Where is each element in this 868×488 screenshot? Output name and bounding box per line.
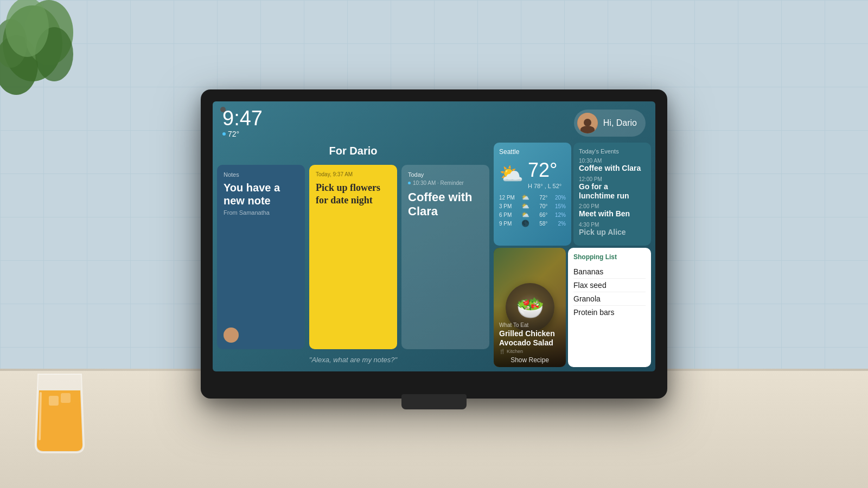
forecast-precip: 20% (551, 195, 566, 201)
forecast-row: 12 PM ⛅ 72° 20% (499, 194, 566, 201)
event-time: 12:00 PM (579, 176, 646, 182)
sticky-text: Pick up flowers for date night (316, 182, 391, 207)
weather-temp: 72° (528, 159, 561, 182)
reminder-card[interactable]: Today 10:30 AM · Reminder Coffee with Cl… (401, 165, 489, 349)
clock-display: 9:47 (222, 108, 263, 129)
event-name: Go for a lunchtime run (579, 182, 646, 201)
event-name: Pick up Alice (579, 228, 646, 237)
forecast-temp: 66° (532, 212, 547, 218)
forecast-icon: ⛅ (521, 211, 529, 219)
recipe-source: 🍴 Kitchen (499, 349, 560, 354)
greeting-text: Hi, Dario (603, 118, 637, 128)
left-panel: For Dario Notes You have a new note From… (217, 143, 489, 367)
recipe-card[interactable]: What To Eat Grilled Chicken Avocado Sala… (494, 248, 566, 367)
weather-forecast: 12 PM ⛅ 72° 20% 3 PM ⛅ 70° 15% 6 PM ⛅ 66… (499, 194, 566, 227)
avatar-face (577, 113, 598, 133)
event-time: 4:30 PM (579, 222, 646, 228)
event-name: Meet with Ben (579, 209, 646, 219)
recipe-source-text: Kitchen (507, 349, 523, 354)
sticky-note-card[interactable]: Today, 9:37 AM Pick up flowers for date … (309, 165, 397, 349)
shopping-items-list: BananasFlax seedGranolaProtein bars (573, 265, 646, 319)
forecast-precip: 15% (551, 203, 566, 209)
sticky-timestamp: Today, 9:37 AM (316, 171, 391, 177)
events-widget[interactable]: Today's Events 10:30 AM Coffee with Clar… (573, 143, 651, 246)
event-item[interactable]: 2:00 PM Meet with Ben (579, 203, 646, 219)
forecast-icon: ⛅ (521, 194, 529, 201)
forecast-precip: 2% (551, 221, 566, 227)
reminder-time: 10:30 AM · Reminder (413, 180, 464, 186)
forecast-icon: ⛅ (521, 202, 529, 210)
device-stand (401, 394, 467, 409)
tv-device: 9:47 72° Hi, Dario For Dario (201, 89, 667, 399)
kitchen-icon: 🍴 (499, 349, 505, 354)
notes-title: You have a new note (224, 181, 298, 207)
reminder-dot-icon (408, 182, 411, 184)
event-time: 10:30 AM (579, 158, 646, 164)
cards-row: Notes You have a new note From Samanatha… (217, 165, 489, 349)
user-greeting-pill[interactable]: Hi, Dario (574, 110, 646, 137)
weather-icon: ⛅ (499, 163, 524, 185)
events-list: 10:30 AM Coffee with Clara 12:00 PM Go f… (579, 158, 646, 237)
event-time: 2:00 PM (579, 203, 646, 209)
forecast-time: 6 PM (499, 212, 518, 218)
event-item[interactable]: 10:30 AM Coffee with Clara (579, 158, 646, 173)
camera-icon (220, 107, 226, 112)
weather-city: Seattle (499, 148, 566, 156)
list-item[interactable]: Bananas (573, 265, 646, 279)
recipe-name: Grilled Chicken Avocado Salad (499, 329, 560, 348)
forecast-time: 9 PM (499, 221, 518, 227)
reminder-header: Today (408, 171, 483, 178)
right-panel: Seattle ⛅ 72° H 78° , L 52° (494, 143, 651, 367)
time-weather-block: 9:47 72° (222, 108, 263, 138)
weather-dot-icon (222, 132, 226, 136)
notes-from: From Samanatha (224, 209, 298, 216)
weather-temp-mini: 72° (228, 130, 239, 138)
notes-card[interactable]: Notes You have a new note From Samanatha (217, 165, 305, 349)
alexa-prompt: "Alexa, what are my notes?" (217, 352, 489, 367)
event-item[interactable]: 12:00 PM Go for a lunchtime run (579, 176, 646, 201)
weather-main: ⛅ 72° H 78° , L 52° (499, 159, 566, 189)
notes-sender-avatar (224, 328, 239, 343)
list-item[interactable]: Granola (573, 292, 646, 306)
recipe-what-to-eat: What To Eat (499, 322, 560, 328)
event-item[interactable]: 4:30 PM Pick up Alice (579, 222, 646, 237)
forecast-row: 9 PM 🌑 58° 2% (499, 220, 566, 227)
recipe-overlay: What To Eat Grilled Chicken Avocado Sala… (494, 306, 566, 367)
weather-hi-lo: H 78° , L 52° (528, 183, 561, 189)
reminder-sub: 10:30 AM · Reminder (408, 180, 483, 186)
forecast-temp: 58° (532, 221, 547, 227)
forecast-time: 12 PM (499, 195, 518, 201)
shopping-label: Shopping List (573, 253, 646, 261)
for-dario-heading: For Dario (217, 143, 489, 162)
weather-widget[interactable]: Seattle ⛅ 72° H 78° , L 52° (494, 143, 571, 246)
forecast-row: 6 PM ⛅ 66° 12% (499, 211, 566, 219)
list-item[interactable]: Flax seed (573, 279, 646, 292)
show-recipe-button[interactable]: Show Recipe (499, 356, 560, 364)
weather-mini: 72° (222, 130, 263, 138)
forecast-row: 3 PM ⛅ 70° 15% (499, 202, 566, 210)
weather-hi: H 78° (528, 183, 543, 189)
header-bar: 9:47 72° Hi, Dario (213, 101, 655, 143)
main-content: For Dario Notes You have a new note From… (213, 143, 655, 371)
shopping-widget[interactable]: Shopping List BananasFlax seedGranolaPro… (568, 248, 651, 367)
list-item[interactable]: Protein bars (573, 306, 646, 319)
weather-lo: L 52° (548, 183, 561, 189)
event-name: Coffee with Clara (579, 164, 646, 173)
forecast-temp: 72° (532, 195, 547, 201)
right-bottom-row: What To Eat Grilled Chicken Avocado Sala… (494, 248, 651, 367)
forecast-precip: 12% (551, 212, 566, 218)
right-top-row: Seattle ⛅ 72° H 78° , L 52° (494, 143, 651, 246)
forecast-temp: 70° (532, 203, 547, 209)
forecast-icon: 🌑 (521, 220, 529, 227)
forecast-time: 3 PM (499, 203, 518, 209)
notes-label: Notes (224, 171, 298, 178)
events-label: Today's Events (579, 148, 646, 155)
avatar (577, 113, 598, 133)
reminder-title: Coffee with Clara (408, 190, 483, 219)
screen: 9:47 72° Hi, Dario For Dario (213, 101, 655, 371)
